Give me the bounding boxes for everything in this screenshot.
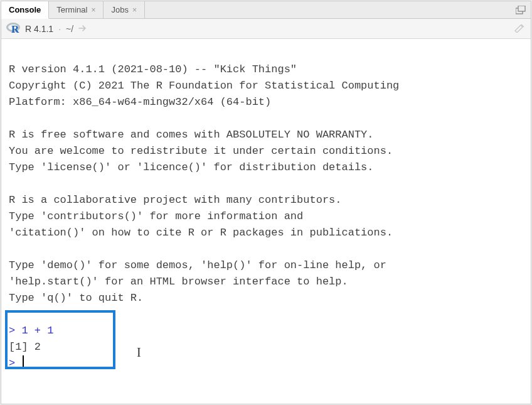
console-history-line: > 1 + 1	[9, 325, 53, 337]
console-subbar: R R 4.1.1 · ~/	[1, 19, 531, 39]
tab-bar: Console Terminal × Jobs ×	[1, 1, 531, 19]
mouse-ibeam-cursor: I	[137, 344, 141, 360]
console-prompt-line[interactable]: >	[9, 357, 24, 369]
working-directory[interactable]: ~/	[66, 24, 73, 34]
tab-label: Jobs	[111, 5, 128, 14]
separator: ·	[58, 24, 61, 34]
text-cursor	[23, 355, 24, 368]
tab-jobs[interactable]: Jobs ×	[104, 1, 144, 19]
r-banner: R version 4.1.1 (2021-08-10) -- "Kick Th…	[9, 63, 399, 304]
tab-console[interactable]: Console	[1, 1, 49, 19]
close-icon[interactable]: ×	[132, 6, 137, 14]
clear-console-icon[interactable]	[513, 23, 526, 35]
maximize-icon[interactable]	[516, 6, 526, 14]
console-panel: Console Terminal × Jobs × R R 4.1.1 · ~/	[1, 1, 531, 404]
close-icon[interactable]: ×	[91, 6, 95, 14]
tab-label: Terminal	[56, 5, 87, 14]
tabbar-actions	[516, 6, 531, 14]
console-output[interactable]: R version 4.1.1 (2021-08-10) -- "Kick Th…	[1, 39, 531, 404]
tab-terminal[interactable]: Terminal ×	[49, 1, 104, 19]
r-version: R 4.1.1	[25, 24, 53, 34]
r-logo-icon[interactable]: R	[6, 22, 20, 36]
console-output-line: [1] 2	[9, 341, 41, 353]
goto-dir-icon[interactable]	[78, 24, 87, 34]
tab-label: Console	[9, 5, 41, 14]
svg-rect-1	[518, 6, 525, 11]
